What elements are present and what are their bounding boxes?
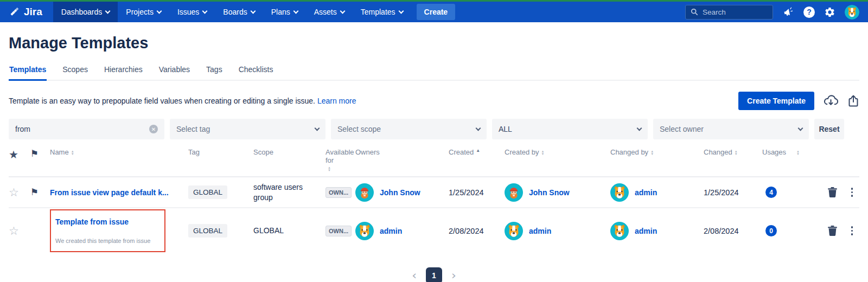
created-by-cell: admin: [505, 222, 610, 240]
jira-logo[interactable]: Jira: [0, 2, 53, 22]
nav-item-label: Plans: [271, 8, 290, 16]
favorite-star-icon[interactable]: ☆: [9, 225, 30, 238]
tag-filter-select[interactable]: Select tag: [170, 119, 326, 139]
page-title: Manage Templates: [9, 34, 859, 52]
template-name-link[interactable]: From issue view page default k...: [50, 188, 169, 197]
name-filter-field: ✕: [9, 119, 164, 139]
delete-trash-icon[interactable]: [828, 187, 837, 197]
import-cloud-icon[interactable]: [824, 94, 838, 107]
nav-item-plans[interactable]: Plans: [263, 2, 306, 22]
owner-link[interactable]: admin: [380, 227, 402, 235]
available-filter-select[interactable]: ALL: [492, 119, 648, 139]
changed-by-link[interactable]: admin: [635, 227, 657, 235]
nav-item-issues[interactable]: Issues: [169, 2, 215, 22]
owner-filter-select[interactable]: Select owner: [653, 119, 809, 139]
avatar-dog-icon: [610, 183, 629, 202]
scope-value: GLOBAL: [253, 226, 326, 236]
tab-hierarchies[interactable]: Hierarchies: [104, 61, 143, 80]
create-button[interactable]: Create: [417, 4, 456, 20]
name-filter-input[interactable]: [15, 125, 140, 133]
created-by-link[interactable]: John Snow: [529, 188, 570, 197]
tab-tags[interactable]: Tags: [206, 61, 223, 80]
changed-by-link[interactable]: admin: [635, 188, 657, 197]
column-header-scope[interactable]: Scope: [253, 148, 326, 156]
search-icon: [691, 8, 698, 16]
favorite-star-icon[interactable]: ☆: [9, 186, 30, 199]
tag-filter-placeholder: Select tag: [176, 125, 210, 133]
gear-icon[interactable]: [824, 7, 835, 18]
nav-item-label: Issues: [177, 8, 199, 16]
sort-icon: ▲▼: [328, 166, 331, 172]
more-options-kebab-icon[interactable]: [850, 225, 854, 236]
column-header-owners[interactable]: Owners: [355, 148, 449, 156]
nav-item-projects[interactable]: Projects: [118, 2, 169, 22]
user-avatar[interactable]: [845, 5, 859, 20]
star-column-icon[interactable]: ★: [9, 148, 30, 161]
created-by-link[interactable]: admin: [529, 227, 551, 235]
column-header-available-for[interactable]: Available for▲▼: [326, 148, 355, 172]
previous-page-icon[interactable]: ‹: [412, 270, 417, 281]
navbar-right: Search ?: [685, 2, 868, 22]
template-name-link[interactable]: Template from issue: [55, 217, 129, 226]
create-template-button[interactable]: Create Template: [738, 92, 814, 110]
column-header-tag[interactable]: Tag: [188, 148, 253, 156]
nav-item-templates[interactable]: Templates: [353, 2, 411, 22]
avatar-bearded-man-icon: [505, 183, 523, 202]
usages-badge[interactable]: 0: [765, 225, 777, 236]
column-header-changed-by[interactable]: Changed by▲▼: [610, 148, 704, 156]
megaphone-icon[interactable]: [782, 6, 794, 18]
nav-item-label: Templates: [361, 8, 395, 16]
reset-filters-button[interactable]: Reset: [814, 119, 844, 139]
flag-column-icon[interactable]: ⚑: [30, 148, 50, 159]
column-header-created[interactable]: Created▲: [449, 148, 505, 156]
avatar-dog-icon: [355, 222, 374, 240]
chevron-down-icon: [156, 8, 162, 14]
sort-icon: ▲▼: [650, 150, 654, 156]
main-menu: Dashboards Projects Issues Boards Plans …: [53, 2, 411, 22]
chevron-down-icon: [398, 8, 404, 14]
export-icon[interactable]: [847, 94, 859, 107]
column-header-usages[interactable]: Usages▲▼: [762, 148, 803, 156]
column-header-created-by[interactable]: Created by▲▼: [505, 148, 610, 156]
avatar-dog-icon: [505, 222, 523, 240]
scope-filter-select[interactable]: Select scope: [331, 119, 487, 139]
nav-item-label: Dashboards: [61, 8, 103, 16]
help-icon[interactable]: ?: [803, 7, 815, 18]
more-options-kebab-icon[interactable]: [850, 187, 854, 198]
usages-badge[interactable]: 4: [765, 187, 777, 198]
table-row: ☆ Template from issue We created this te…: [9, 208, 859, 253]
clear-filter-icon[interactable]: ✕: [149, 125, 158, 133]
nav-item-dashboards[interactable]: Dashboards: [53, 2, 118, 22]
owner-cell: John Snow: [355, 183, 449, 202]
description-row: Template is an easy way to prepopulate f…: [9, 92, 859, 110]
learn-more-link[interactable]: Learn more: [317, 97, 356, 105]
template-description: We created this template from issue: [55, 238, 156, 244]
tab-bar: Templates Scopes Hierarchies Variables T…: [9, 61, 859, 81]
tab-scopes[interactable]: Scopes: [62, 61, 88, 80]
highlight-red-box: Template from issue We created this temp…: [50, 209, 165, 252]
current-page-button[interactable]: 1: [426, 267, 442, 282]
column-header-name[interactable]: Name▲▼: [50, 148, 188, 156]
created-by-cell: John Snow: [505, 183, 610, 202]
filter-bar: ✕ Select tag Select scope ALL Select own…: [9, 119, 859, 139]
nav-item-boards[interactable]: Boards: [215, 2, 263, 22]
tab-checklists[interactable]: Checklists: [238, 61, 274, 80]
page-description: Template is an easy way to prepopulate f…: [9, 97, 315, 105]
nav-item-assets[interactable]: Assets: [306, 2, 353, 22]
tab-templates[interactable]: Templates: [9, 61, 47, 81]
chevron-down-icon: [637, 125, 642, 131]
sort-icon: ▲▼: [541, 150, 545, 156]
changed-date: 2/08/2024: [704, 227, 762, 235]
nav-item-label: Assets: [314, 8, 337, 16]
pagination: ‹ 1 ›: [9, 267, 859, 282]
next-page-icon[interactable]: ›: [451, 270, 456, 281]
column-header-changed[interactable]: Changed▲▼: [704, 148, 762, 156]
tab-variables[interactable]: Variables: [158, 61, 190, 80]
global-search-input[interactable]: Search: [685, 5, 773, 20]
sort-icon: ▲▼: [71, 150, 74, 156]
jira-logo-icon: [9, 7, 20, 18]
owner-link[interactable]: John Snow: [380, 188, 420, 197]
top-navbar: Jira Dashboards Projects Issues Boards P…: [0, 2, 868, 22]
delete-trash-icon[interactable]: [828, 226, 837, 236]
search-placeholder: Search: [703, 8, 726, 16]
